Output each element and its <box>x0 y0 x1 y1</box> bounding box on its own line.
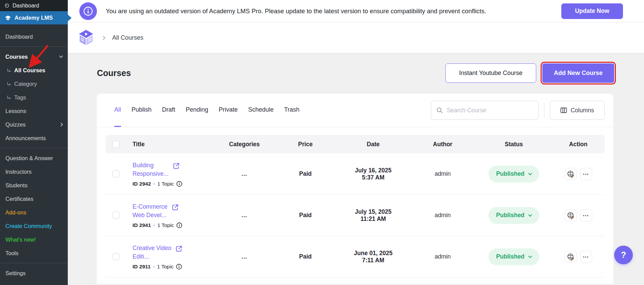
tab-all[interactable]: All <box>114 94 121 127</box>
sidebar-item-instructors[interactable]: Instructors <box>0 165 68 178</box>
sidebar-item-label: Tools <box>5 250 19 256</box>
status-badge: Published <box>496 170 525 177</box>
sidebar-item-create-community[interactable]: Create Community <box>0 219 68 233</box>
sidebar-item-courses[interactable]: Courses <box>0 50 68 63</box>
sidebar-item-label: Category <box>14 81 37 87</box>
sidebar-item-announcements[interactable]: Announcements <box>0 131 68 145</box>
sidebar-item-all-courses[interactable]: All Courses <box>0 63 68 77</box>
course-topics: 1 Topic <box>157 264 174 270</box>
cell-date-line: 7:11 AM <box>336 257 410 264</box>
page-header: Courses Instant Youtube Course Add New C… <box>97 63 614 83</box>
header-date: Date <box>336 141 410 148</box>
columns-button[interactable]: Columns <box>550 101 605 120</box>
sidebar-divider <box>0 148 68 148</box>
course-title-link[interactable]: E-Commerce Web Devel... <box>133 203 167 220</box>
breadcrumb-current: All Courses <box>112 34 143 41</box>
course-title-line: Web Devel... <box>133 211 167 220</box>
sidebar-item-add-ons[interactable]: Add-ons <box>0 206 68 219</box>
tab-private[interactable]: Private <box>219 94 238 127</box>
main-content: You are using an outdated version of Aca… <box>68 0 644 285</box>
row-checkbox[interactable] <box>112 170 119 177</box>
status-dropdown[interactable]: Published <box>488 166 539 183</box>
row-checkbox[interactable] <box>112 212 119 219</box>
instant-youtube-course-button[interactable]: Instant Youtube Course <box>445 63 536 83</box>
card-toolbar: All Publish Draft Pending Private Schedu… <box>97 94 613 127</box>
cell-date-line: 11:21 AM <box>336 215 410 223</box>
select-all-checkbox[interactable] <box>112 141 119 148</box>
edit-site-button[interactable] <box>565 251 577 263</box>
ellipsis-icon: … <box>583 254 589 257</box>
cell-author: admin <box>410 170 475 177</box>
info-circle-icon[interactable] <box>176 222 182 228</box>
tab-draft[interactable]: Draft <box>162 94 175 127</box>
sidebar-divider <box>0 263 68 263</box>
course-title-line: E-Commerce <box>133 203 167 211</box>
more-actions-button[interactable]: … <box>580 209 592 222</box>
sidebar-item-whats-new[interactable]: What's new! <box>0 233 68 246</box>
cell-price: Paid <box>275 253 336 260</box>
more-actions-button[interactable]: … <box>580 251 592 263</box>
sidebar-item-dashboard[interactable]: Dashboard <box>0 30 68 43</box>
globe-pencil-icon <box>567 170 575 178</box>
sidebar-item-category[interactable]: Category <box>0 77 68 91</box>
tab-trash[interactable]: Trash <box>284 94 299 127</box>
info-circle-icon[interactable] <box>176 264 182 270</box>
sidebar-item-academy-lms[interactable]: Academy LMS <box>0 11 68 24</box>
table-row: Building Responsive... ID 2942 • 1 Topic… <box>105 153 605 195</box>
sidebar-item-lessons[interactable]: Lessons <box>0 104 68 118</box>
more-actions-button[interactable]: … <box>580 168 592 180</box>
edit-site-button[interactable] <box>565 209 577 222</box>
sidebar-item-label: Students <box>5 182 27 189</box>
course-title-link[interactable]: Building Responsive... <box>133 161 168 178</box>
help-button[interactable]: ? <box>614 246 633 264</box>
table-row: Creative Video Editi... ID 2911 • 1 Topi… <box>105 236 605 278</box>
sidebar-item-certificates[interactable]: Certificates <box>0 192 68 206</box>
course-id: ID 2942 <box>133 181 151 187</box>
info-icon <box>79 2 97 20</box>
row-checkbox[interactable] <box>112 253 119 260</box>
sidebar-item-question-answer[interactable]: Question & Answer <box>0 151 68 165</box>
admin-bar-dashboard-label: Dashboard <box>13 3 39 9</box>
sidebar-item-label: Dashboard <box>5 34 33 40</box>
admin-bar-dashboard[interactable]: Dashboard <box>0 0 68 11</box>
sidebar-item-tools[interactable]: Tools <box>0 246 68 260</box>
graduation-cap-icon <box>5 15 11 21</box>
tab-pending[interactable]: Pending <box>186 94 208 127</box>
sidebar-item-label: Quizzes <box>5 121 26 128</box>
sidebar-academy-lms-label: Academy LMS <box>15 15 53 21</box>
sidebar-item-settings[interactable]: Settings <box>0 266 68 280</box>
course-topics: 1 Topic <box>157 181 174 187</box>
cell-date-line: July 15, 2025 <box>336 208 410 215</box>
search-icon <box>437 107 443 114</box>
chevron-down-icon <box>528 254 532 258</box>
status-dropdown[interactable]: Published <box>488 248 539 265</box>
update-now-button[interactable]: Update Now <box>561 3 623 19</box>
table-row: E-Commerce Web Devel... ID 2941 • 1 Topi… <box>105 195 605 236</box>
header-author: Author <box>410 141 475 148</box>
header-status: Status <box>475 141 553 148</box>
search-course-input[interactable] <box>447 107 533 114</box>
sidebar-item-students[interactable]: Students <box>0 178 68 192</box>
chevron-down-icon <box>528 171 532 175</box>
breadcrumb-chevron-icon <box>101 36 105 40</box>
add-new-course-button[interactable]: Add New Course <box>542 63 614 83</box>
tab-publish[interactable]: Publish <box>132 94 152 127</box>
external-link-icon[interactable] <box>173 162 180 170</box>
header-categories: Categories <box>214 141 275 148</box>
tab-schedule[interactable]: Schedule <box>248 94 274 127</box>
ellipsis-icon: … <box>583 212 589 216</box>
sidebar-item-label: Create Community <box>5 223 52 229</box>
status-dropdown[interactable]: Published <box>488 207 539 224</box>
external-link-icon[interactable] <box>175 245 183 252</box>
chevron-down-icon <box>59 54 63 58</box>
sidebar-item-quizzes[interactable]: Quizzes <box>0 118 68 131</box>
screen: Dashboard Academy LMS Dashboard Courses … <box>0 0 644 285</box>
sidebar-item-label: Add-ons <box>5 209 26 216</box>
course-title-link[interactable]: Creative Video Editi... <box>133 244 171 261</box>
edit-site-button[interactable] <box>565 168 577 180</box>
academy-lms-logo <box>78 29 94 46</box>
external-link-icon[interactable] <box>172 204 179 211</box>
info-circle-icon[interactable] <box>176 181 182 187</box>
course-id: ID 2941 <box>133 222 151 228</box>
sidebar-item-tags[interactable]: Tags <box>0 91 68 104</box>
